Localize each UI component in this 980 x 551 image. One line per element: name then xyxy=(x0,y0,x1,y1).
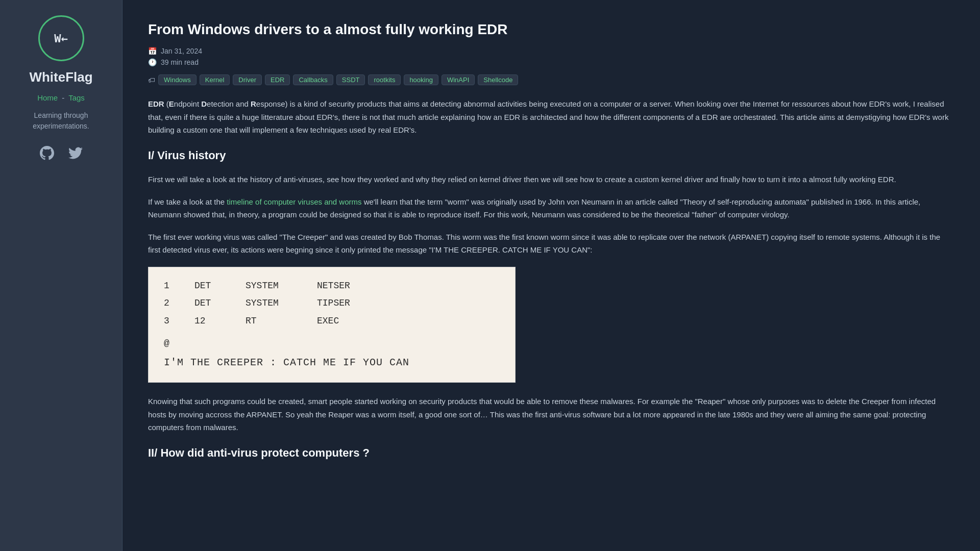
row-num-3: 3 xyxy=(164,313,174,329)
creeper-row-2: 2 DET SYSTEM TIPSER xyxy=(164,295,500,311)
calendar-icon: 📅 xyxy=(148,47,157,55)
date-row: 📅 Jan 31, 2024 xyxy=(148,47,954,55)
tag-kernel[interactable]: Kernel xyxy=(200,74,230,85)
tag-driver[interactable]: Driver xyxy=(233,74,262,85)
tags-row: 🏷 Windows Kernel Driver EDR Callbacks SS… xyxy=(148,74,954,85)
tag-rootkits[interactable]: rootkits xyxy=(368,74,401,85)
main-content: From Windows drivers to a almost fully w… xyxy=(122,0,980,551)
article-readtime: 39 min read xyxy=(161,58,199,66)
row-col1-3: 12 xyxy=(194,313,225,329)
tag-icon: 🏷 xyxy=(148,76,155,84)
virus-history-intro: First we will take a look at the history… xyxy=(148,173,954,186)
tag-windows[interactable]: Windows xyxy=(158,74,197,85)
github-icon xyxy=(40,146,54,160)
tag-winapi[interactable]: WinAPI xyxy=(442,74,475,85)
nav-tags[interactable]: Tags xyxy=(68,93,85,102)
logo-text: W← xyxy=(54,32,68,45)
section1-heading: I/ Virus history xyxy=(148,146,954,165)
tag-hooking[interactable]: hooking xyxy=(404,74,438,85)
site-logo: W← xyxy=(38,15,84,61)
creeper-row-1: 1 DET SYSTEM NETSER xyxy=(164,278,500,294)
row-col3-1: NETSER xyxy=(317,278,350,294)
main-nav: Home - Tags xyxy=(37,93,85,102)
row-col2-3: RT xyxy=(246,313,297,329)
tag-edr[interactable]: EDR xyxy=(265,74,290,85)
creeper-description: The first ever working virus was called … xyxy=(148,231,954,257)
article-meta: 📅 Jan 31, 2024 🕐 39 min read xyxy=(148,47,954,66)
row-col2-2: SYSTEM xyxy=(246,295,297,311)
row-col1-2: DET xyxy=(194,295,225,311)
article: From Windows drivers to a almost fully w… xyxy=(148,20,954,462)
row-num-1: 1 xyxy=(164,278,174,294)
social-links xyxy=(38,144,85,162)
timeline-link[interactable]: timeline of computer viruses and worms xyxy=(227,197,361,206)
github-link[interactable] xyxy=(38,144,56,162)
row-col2-1: SYSTEM xyxy=(246,278,297,294)
tag-ssdt[interactable]: SSDT xyxy=(336,74,365,85)
creeper-intro: If we take a look at the timeline of com… xyxy=(148,195,954,221)
clock-icon: 🕐 xyxy=(148,58,157,66)
twitter-link[interactable] xyxy=(66,144,85,162)
row-num-2: 2 xyxy=(164,295,174,311)
reaper-paragraph: Knowing that such programs could be crea… xyxy=(148,395,954,434)
nav-separator: - xyxy=(62,93,64,102)
creeper-row-3: 3 12 RT EXEC xyxy=(164,313,500,329)
readtime-row: 🕐 39 min read xyxy=(148,58,954,66)
row-col1-1: DET xyxy=(194,278,225,294)
article-date: Jan 31, 2024 xyxy=(161,47,202,55)
tag-callbacks[interactable]: Callbacks xyxy=(293,74,333,85)
site-tagline: Learning through experimentations. xyxy=(10,110,112,132)
row-col3-3: EXEC xyxy=(317,313,339,329)
creeper-table: 1 DET SYSTEM NETSER 2 DET SYSTEM TIPSER … xyxy=(164,278,500,329)
row-col3-2: TIPSER xyxy=(317,295,350,311)
sidebar: W← WhiteFlag Home - Tags Learning throug… xyxy=(0,0,122,551)
creeper-image: 1 DET SYSTEM NETSER 2 DET SYSTEM TIPSER … xyxy=(148,267,516,383)
creeper-message: I'M THE CREEPER : CATCH ME IF YOU CAN xyxy=(164,354,500,372)
twitter-icon xyxy=(68,146,83,160)
article-title: From Windows drivers to a almost fully w… xyxy=(148,20,954,39)
tag-shellcode[interactable]: Shellcode xyxy=(478,74,518,85)
intro-paragraph: EDR (Endpoint Detection and Response) is… xyxy=(148,97,954,137)
creeper-at: @ xyxy=(164,335,500,352)
section2-heading: II/ How did anti-virus protect computers… xyxy=(148,443,954,462)
site-title: WhiteFlag xyxy=(29,69,92,85)
article-body: EDR (Endpoint Detection and Response) is… xyxy=(148,97,954,462)
nav-home[interactable]: Home xyxy=(37,93,58,102)
